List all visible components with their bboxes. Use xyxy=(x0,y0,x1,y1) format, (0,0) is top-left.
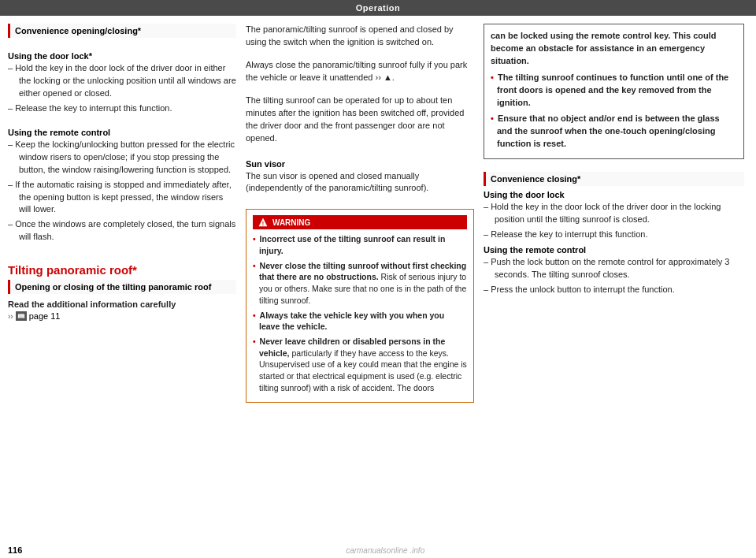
page-number: 116 xyxy=(8,545,22,555)
door-lock-label: Using the door lock* xyxy=(8,51,236,61)
watermark: carmanualsonline .info xyxy=(22,546,748,555)
page-footer: 116 carmanualsonline .info xyxy=(0,542,756,558)
svg-text:!: ! xyxy=(262,221,264,226)
sun-visor-label: Sun visor xyxy=(246,159,474,169)
page-container: Operation Convenience opening/closing* U… xyxy=(0,0,756,558)
para-1: The panoramic/tilting sunroof is opened … xyxy=(246,24,474,49)
sun-visor-section: Sun visor The sun visor is opened and cl… xyxy=(246,155,474,200)
middle-column: The panoramic/tilting sunroof is opened … xyxy=(246,24,474,534)
para-2: Always close the panoramic/tilting sunro… xyxy=(246,59,474,84)
remote-right-item-2: – Press the unlock button to interrupt t… xyxy=(484,284,744,296)
warning-item-4: • Never leave children or disabled perso… xyxy=(253,336,467,393)
info-bullet-1: • The tilting sunroof continues to funct… xyxy=(491,72,737,110)
sun-visor-text: The sun visor is opened and closed manua… xyxy=(246,170,474,195)
page-ref: ›› 📖 page 11 xyxy=(8,311,236,321)
convenience-closing-section: Convenience closing* Using the door lock… xyxy=(484,172,744,299)
info-box: can be locked using the remote control k… xyxy=(484,24,744,159)
convenience-opening-header: Convenience opening/closing* xyxy=(8,24,236,38)
using-remote-section: Using the remote control – Keep the lock… xyxy=(8,124,236,247)
remote-section-right: Using the remote control – Push the lock… xyxy=(484,245,744,296)
page-ref-text: page 11 xyxy=(29,311,61,321)
section-label: Operation xyxy=(356,3,400,13)
door-lock-label-right: Using the door lock xyxy=(484,190,744,199)
content-area: Convenience opening/closing* Using the d… xyxy=(0,16,756,542)
door-lock-section-right: Using the door lock – Hold the key in th… xyxy=(484,190,744,241)
door-lock-right-item-1: – Hold the key in the door lock of the d… xyxy=(484,201,744,226)
warning-item-2: • Never close the tilting sunroof withou… xyxy=(253,260,467,307)
warning-triangle-icon: ! xyxy=(258,217,269,228)
warning-label: WARNING xyxy=(272,218,310,227)
remote-label: Using the remote control xyxy=(8,128,236,137)
left-column: Convenience opening/closing* Using the d… xyxy=(8,24,236,534)
tilting-panoramic-title: Tilting panoramic roof* xyxy=(8,263,236,277)
top-bar: Operation xyxy=(0,0,756,16)
using-door-lock-section: Using the door lock* – Hold the key in t… xyxy=(8,47,236,117)
remote-item-3: – Once the windows are completely closed… xyxy=(8,218,236,244)
convenience-closing-header: Convenience closing* xyxy=(484,172,744,186)
door-lock-item-2: – Release the key to interrupt this func… xyxy=(8,102,236,115)
book-icon: 📖 xyxy=(16,311,27,321)
info-text-1: can be locked using the remote control k… xyxy=(491,30,737,68)
right-column: can be locked using the remote control k… xyxy=(484,24,744,534)
read-info-label: Read the additional information carefull… xyxy=(8,299,236,311)
remote-right-item-1: – Push the lock button on the remote con… xyxy=(484,256,744,281)
warning-header: ! WARNING xyxy=(253,215,467,229)
tilting-panoramic-section: Tilting panoramic roof* Opening or closi… xyxy=(8,259,236,321)
info-bullet-2: • Ensure that no object and/or end is be… xyxy=(491,113,737,151)
remote-label-right: Using the remote control xyxy=(484,245,744,255)
door-lock-right-item-2: – Release the key to interrupt this func… xyxy=(484,229,744,241)
arrow-icon: ›› xyxy=(8,312,13,321)
warning-box: ! WARNING • Incorrect use of the tilting… xyxy=(246,209,474,403)
warning-item-1: • Incorrect use of the tilting sunroof c… xyxy=(253,233,467,256)
warning-item-3: • Always take the vehicle key with you w… xyxy=(253,310,467,333)
opening-closing-header: Opening or closing of the tilting panora… xyxy=(8,280,236,294)
para-3: The tilting sunroof can be operated for … xyxy=(246,95,474,145)
door-lock-item-1: – Hold the key in the door lock of the d… xyxy=(8,62,236,100)
remote-item-2: – If the automatic raising is stopped an… xyxy=(8,179,236,217)
remote-item-1: – Keep the locking/unlocking button pres… xyxy=(8,139,236,177)
